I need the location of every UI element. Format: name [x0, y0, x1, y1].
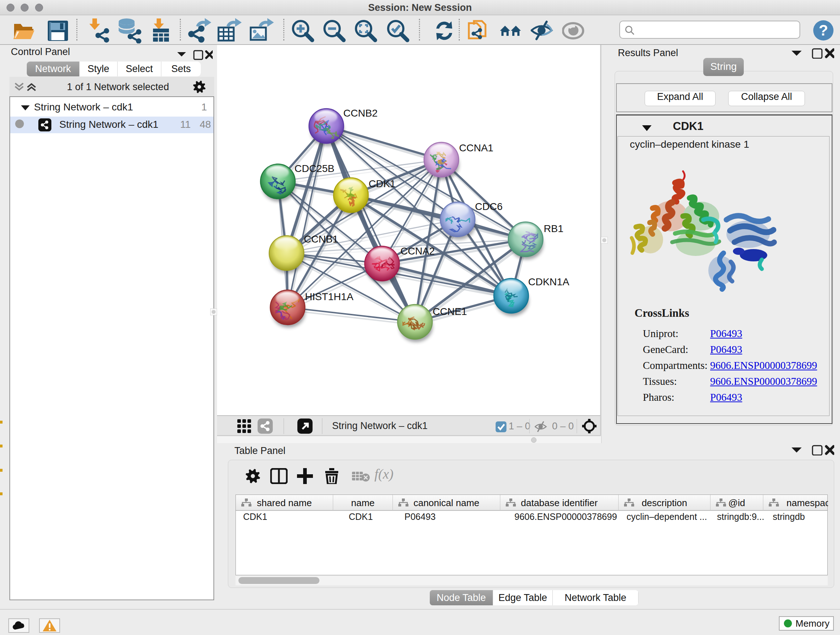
- svg-text:CCNB2: CCNB2: [343, 108, 378, 119]
- svg-text:RB1: RB1: [544, 223, 563, 234]
- svg-text:CCNE1: CCNE1: [433, 306, 467, 317]
- svg-text:HIST1H1A: HIST1H1A: [305, 291, 354, 302]
- svg-text:CDC6: CDC6: [475, 201, 502, 212]
- svg-text:CCNA2: CCNA2: [401, 245, 435, 257]
- svg-text:CDKN1A: CDKN1A: [528, 276, 569, 287]
- svg-text:CCNB1: CCNB1: [304, 233, 338, 245]
- svg-text:?: ?: [819, 22, 828, 39]
- svg-text:CDK1: CDK1: [369, 178, 396, 189]
- svg-text:CCNA1: CCNA1: [459, 142, 493, 154]
- svg-text:CDC25B: CDC25B: [294, 163, 334, 174]
